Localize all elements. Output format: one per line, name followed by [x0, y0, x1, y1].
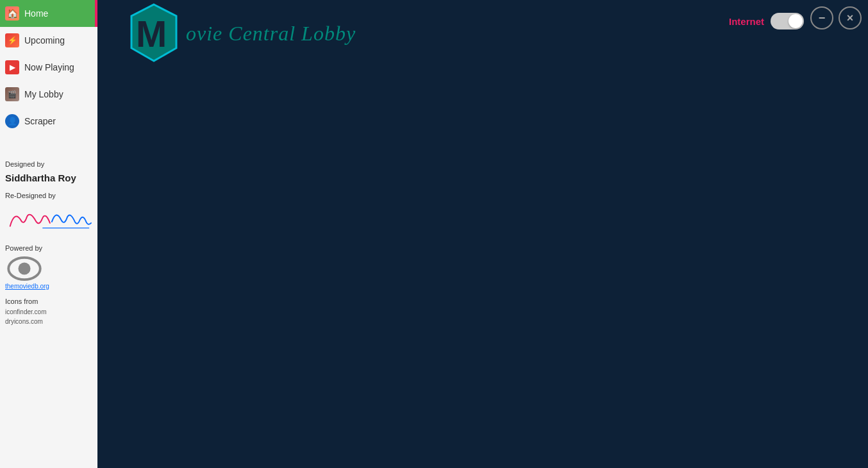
- redesigned-by-label: Re-Designed by: [5, 190, 92, 201]
- my-lobby-icon: 🎬: [5, 87, 19, 101]
- sidebar-item-my-lobby[interactable]: 🎬 My Lobby: [0, 81, 97, 108]
- sidebar-item-now-playing[interactable]: ▶ Now Playing: [0, 54, 97, 81]
- toggle-knob: [789, 14, 803, 28]
- tmdb-logo: themoviedb.org: [5, 256, 92, 291]
- scraper-icon: 👤: [5, 114, 19, 128]
- icons-source-2: dryicons.com: [5, 317, 92, 326]
- internet-label: Internet: [729, 16, 764, 27]
- designed-by-label: Designed by: [5, 159, 92, 170]
- close-button[interactable]: ×: [839, 6, 862, 29]
- main-content: [97, 71, 868, 468]
- signature-svg: [5, 204, 92, 236]
- internet-toggle[interactable]: [771, 13, 804, 29]
- sidebar-nav: 🏠 Home ⚡ Upcoming ▶ Now Playing 🎬 My Lob…: [0, 0, 97, 135]
- minimize-button[interactable]: −: [810, 6, 833, 29]
- designer-name: Siddhartha Roy: [5, 171, 92, 186]
- window-controls: − ×: [810, 6, 862, 29]
- svg-point-1: [18, 262, 30, 274]
- logo-area: M ovie Central Lobby: [128, 3, 356, 64]
- svg-text:M: M: [136, 13, 167, 54]
- upcoming-icon: ⚡: [5, 33, 19, 47]
- icons-from-label: Icons from: [5, 296, 92, 307]
- sidebar-credits: Designed by Siddhartha Roy Re-Designed b…: [0, 154, 97, 331]
- sidebar-item-home-label: Home: [24, 8, 48, 19]
- now-playing-icon: ▶: [5, 60, 19, 74]
- home-icon: 🏠: [5, 6, 19, 21]
- sidebar-item-home[interactable]: 🏠 Home: [0, 0, 97, 27]
- sidebar-item-upcoming-label: Upcoming: [24, 35, 65, 46]
- powered-by-label: Powered by: [5, 243, 92, 254]
- tmdb-logo-svg: [5, 256, 44, 281]
- sidebar-item-my-lobby-label: My Lobby: [24, 89, 63, 99]
- sidebar-item-upcoming[interactable]: ⚡ Upcoming: [0, 27, 97, 54]
- signature-area: [5, 203, 92, 238]
- internet-toggle-area: Internet: [729, 13, 804, 29]
- icons-source-1: iconfinder.com: [5, 307, 92, 317]
- app-logo-text: ovie Central Lobby: [186, 22, 356, 46]
- sidebar-item-scraper-label: Scraper: [24, 116, 56, 126]
- sidebar-item-now-playing-label: Now Playing: [24, 62, 74, 72]
- sidebar-item-scraper[interactable]: 👤 Scraper: [0, 108, 97, 135]
- app-logo-icon: M: [128, 3, 179, 64]
- sidebar: 🏠 Home ⚡ Upcoming ▶ Now Playing 🎬 My Lob…: [0, 0, 97, 468]
- tmdb-url: themoviedb.org: [5, 281, 49, 291]
